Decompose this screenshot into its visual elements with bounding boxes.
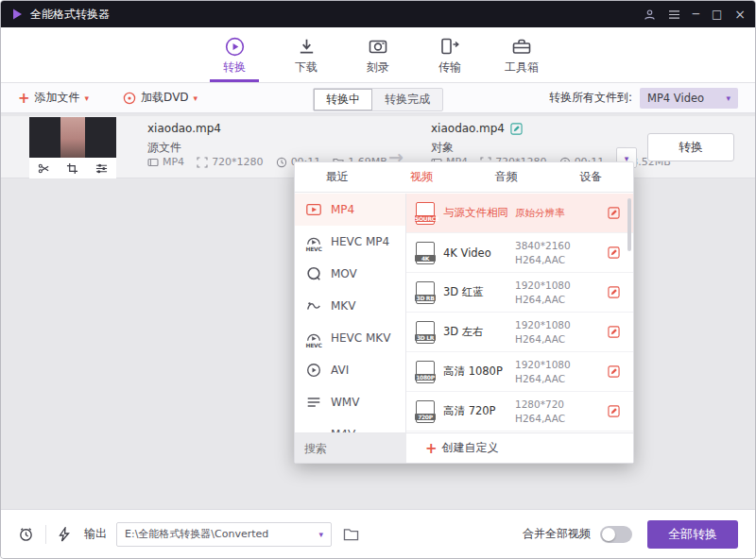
menu-icon[interactable] [668, 9, 680, 20]
plus-icon: + [18, 90, 30, 107]
load-dvd-label: 加载DVD [141, 90, 188, 106]
format-item-mkv[interactable]: MKV [295, 290, 405, 322]
format-item-label: WMV [331, 396, 359, 409]
format-item-label: HEVC MP4 [331, 235, 389, 248]
rename-edit-icon[interactable] [510, 123, 523, 135]
format-item-avi[interactable]: AVI [295, 354, 405, 386]
search-input[interactable] [295, 433, 406, 463]
plus-icon: + [425, 440, 438, 457]
m4v-icon [305, 426, 322, 432]
preset-codec: H264,AAC [515, 293, 571, 307]
preset-row-1080p[interactable]: 1080P 高清 1080P 1920*1080H264,AAC [406, 352, 633, 392]
preset-detail: 3840*2160H264,AAC [515, 239, 571, 266]
preset-name: 高清 1080P [443, 364, 515, 379]
preset-resolution: 3840*2160 [515, 239, 571, 253]
clock-icon [276, 157, 287, 168]
preset-list: SOURCE 与源文件相同 原始分辨率 4K 4K Video 3840*216… [406, 194, 633, 432]
output-path-dropdown[interactable]: E:\全能格式转换器\Converted ▾ [116, 522, 332, 547]
edit-icon[interactable] [608, 246, 620, 259]
format-item-label: MKV [331, 299, 355, 313]
video-thumbnail[interactable] [29, 117, 116, 158]
format-item-hevc-mkv[interactable]: HEVC HEVC MKV [295, 322, 405, 354]
queue-filter-tabs: 转换中 转换完成 [313, 88, 443, 111]
app-window: 全能格式转换器 ─ □ × 转换 下载 [0, 0, 756, 559]
format-item-wmv[interactable]: WMV [295, 386, 405, 418]
mp4-icon [305, 201, 322, 218]
tab-download-label: 下载 [295, 59, 318, 76]
preset-row-720p[interactable]: 720P 高清 720P 1280*720H264,AAC [406, 392, 633, 432]
add-files-label: 添加文件 [35, 90, 80, 106]
preset-file-icon: SOURCE [416, 202, 435, 225]
schedule-clock-icon[interactable] [18, 526, 34, 542]
tab-record[interactable]: 刻录 [342, 27, 414, 82]
preset-resolution: 原始分辨率 [515, 207, 565, 218]
popup-tab-device[interactable]: 设备 [549, 162, 634, 192]
popup-tab-recent[interactable]: 最近 [295, 162, 380, 192]
add-files-button[interactable]: + 添加文件 ▾ [18, 90, 89, 107]
tab-transfer[interactable]: 传输 [414, 27, 486, 82]
tab-download[interactable]: 下载 [270, 27, 342, 82]
format-item-m4v[interactable]: M4V [295, 418, 405, 432]
mkv-icon [305, 297, 322, 314]
format-popup-body: MP4 HEVC HEVC MP4 MOV MKV HEVC HEVC MKV [295, 194, 633, 432]
convert-all-to: 转换所有文件到: MP4 Video ▾ [549, 88, 738, 109]
convert-all-button[interactable]: 全部转换 [647, 520, 738, 549]
format-item-mp4[interactable]: MP4 [295, 194, 405, 226]
tab-converting[interactable]: 转换中 [314, 89, 372, 110]
preset-row-3d-anaglyph[interactable]: 3D RB 3D 红蓝 1920*1080H264,AAC [406, 273, 633, 313]
hevc-badge: HEVC [303, 342, 324, 348]
tab-convert[interactable]: 转换 [198, 27, 270, 82]
preset-badge: 3D RB [415, 295, 436, 301]
preset-resolution: 1920*1080 [515, 279, 571, 293]
edit-icon[interactable] [608, 365, 620, 378]
load-dvd-button[interactable]: 加载DVD ▾ [123, 90, 198, 106]
preset-row-4k[interactable]: 4K 4K Video 3840*2160H264,AAC [406, 233, 633, 273]
user-icon[interactable] [644, 8, 656, 21]
target-label: 对象 [431, 140, 454, 156]
format-item-label: MOV [331, 267, 357, 280]
edit-icon[interactable] [608, 286, 620, 298]
edit-icon[interactable] [608, 207, 620, 219]
preset-detail: 1280*720H264,AAC [515, 398, 565, 425]
target-filename: xiaodao.mp4 [431, 122, 505, 135]
create-custom-button[interactable]: + 创建自定义 [425, 440, 499, 457]
crop-icon[interactable] [66, 162, 78, 175]
edit-icon[interactable] [608, 405, 620, 417]
format-item-hevc-mp4[interactable]: HEVC HEVC MP4 [295, 226, 405, 258]
preset-codec: H264,AAC [515, 332, 571, 347]
preset-row-3d-sbs[interactable]: 3D LR 3D 左右 1920*1080H264,AAC [406, 313, 633, 352]
popup-tab-audio[interactable]: 音频 [464, 162, 549, 192]
source-format: MP4 [163, 156, 184, 168]
merge-videos-toggle[interactable] [600, 526, 632, 543]
output-format-dropdown[interactable]: MP4 Video ▾ [640, 88, 738, 109]
preset-name: 高清 720P [443, 404, 515, 418]
high-speed-lightning-icon[interactable] [58, 527, 71, 542]
close-button[interactable]: × [734, 8, 746, 21]
trim-scissors-icon[interactable] [38, 162, 50, 175]
chevron-down-icon: ▾ [318, 530, 323, 539]
resolution-icon [197, 157, 208, 168]
preset-badge: 3D LR [415, 334, 436, 341]
format-item-mov[interactable]: MOV [295, 258, 405, 290]
convert-row-button[interactable]: 转换 [647, 133, 734, 161]
open-folder-icon[interactable] [343, 527, 359, 541]
preset-resolution: 1920*1080 [515, 318, 571, 332]
toolbox-icon [511, 35, 532, 58]
scrollbar-thumb[interactable] [627, 198, 631, 251]
chevron-down-icon: ▾ [194, 93, 198, 103]
edit-icon[interactable] [608, 326, 620, 338]
effects-sliders-icon[interactable] [95, 162, 108, 175]
popup-tab-video[interactable]: 视频 [380, 162, 465, 192]
maximize-button[interactable]: □ [712, 8, 722, 20]
toolbar: + 添加文件 ▾ 加载DVD ▾ 转换中 转换完成 转换所有文件到: MP4 V… [1, 83, 755, 113]
preset-file-icon: 1080P [416, 361, 435, 383]
preset-row-same-as-source[interactable]: SOURCE 与源文件相同 原始分辨率 [406, 194, 633, 233]
avi-icon [305, 362, 322, 379]
tab-finished[interactable]: 转换完成 [372, 89, 442, 110]
tab-toolbox[interactable]: 工具箱 [486, 27, 558, 82]
preset-detail: 1920*1080H264,AAC [515, 279, 571, 306]
minimize-button[interactable]: ─ [693, 8, 699, 20]
convert-play-icon [224, 35, 246, 58]
bottom-bar-right: 合并全部视频 全部转换 [523, 520, 738, 549]
preset-name: 3D 红蓝 [443, 285, 515, 299]
